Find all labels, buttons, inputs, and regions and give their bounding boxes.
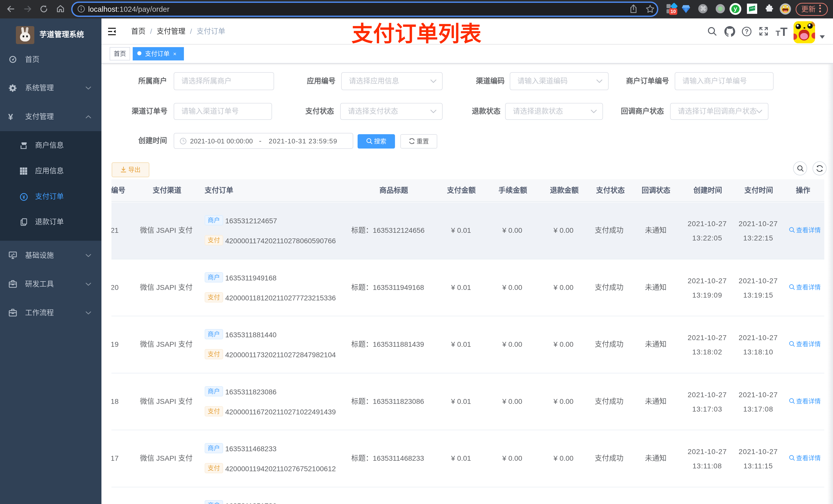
- svg-text:¥: ¥: [23, 194, 25, 200]
